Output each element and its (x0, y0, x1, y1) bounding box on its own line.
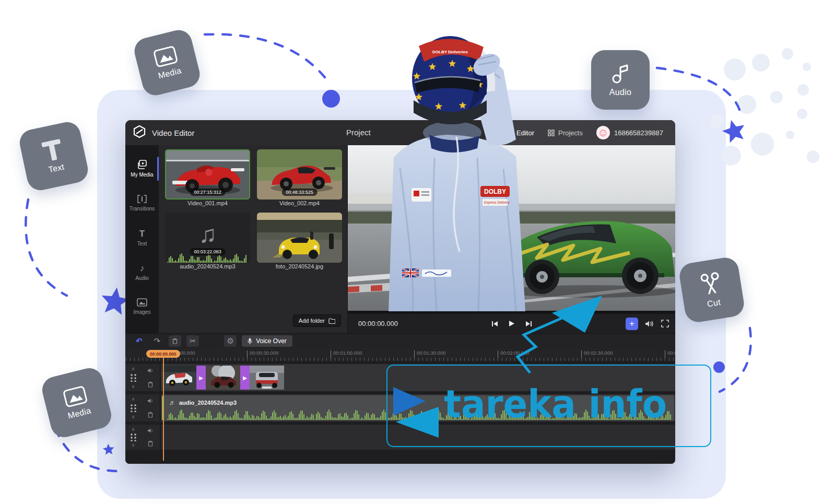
drag-handle-icon[interactable] (131, 374, 136, 382)
project-label: Project (346, 120, 371, 145)
sidebar: My Media Transitions T Text ♪ Audio Imag… (125, 145, 159, 333)
video-clip[interactable] (206, 366, 240, 390)
audio-clip-name: audio_20240524.mp3 (179, 400, 237, 406)
mute-speaker-icon[interactable] (147, 428, 154, 433)
collapse-up-icon[interactable]: ∧ (132, 427, 135, 432)
track-controls: ∧∨ (125, 364, 161, 391)
music-note-icon: ♬ (169, 399, 175, 406)
video-clip[interactable] (162, 366, 196, 390)
sidebar-item-transitions[interactable]: Transitions (125, 187, 159, 219)
watermark-text: tareka info (444, 382, 667, 426)
video-clip[interactable] (250, 366, 284, 390)
sidebar-item-text[interactable]: T Text (125, 221, 159, 254)
image-icon (62, 385, 88, 407)
media-thumbnail-video-001[interactable]: 00:27:15:312 (165, 149, 250, 200)
drag-handle-icon[interactable] (131, 433, 136, 441)
timeline-toolbar: ↶ ↷ ✂ ⚙ Voice Over (125, 333, 675, 348)
delete-track-icon[interactable] (148, 412, 153, 418)
settings-gear-button[interactable]: ⚙ (224, 335, 237, 347)
previous-frame-button[interactable] (491, 321, 498, 327)
sidebar-item-my-media[interactable]: My Media (125, 153, 159, 185)
track-controls: ∧∨ (125, 394, 161, 421)
tab-editor[interactable]: Editor (505, 129, 534, 137)
split-scissors-button[interactable]: ✂ (186, 335, 199, 347)
next-frame-button[interactable] (525, 321, 532, 327)
image-icon (152, 45, 178, 67)
media-item-name: audio_20240524.mp3 (165, 263, 250, 272)
page: Video Editor Project Editor Projects ☺ 1… (0, 0, 823, 504)
playback-timecode: 00:00:00.000 (358, 320, 398, 327)
collapse-up-icon[interactable]: ∧ (132, 396, 135, 402)
helmet-brand-text: DOLBY Deliveries (432, 50, 468, 54)
collapse-down-icon[interactable]: ∨ (132, 414, 135, 419)
undo-button[interactable]: ↶ (133, 335, 146, 347)
folder-icon (328, 318, 335, 324)
redo-button[interactable]: ↷ (151, 335, 164, 347)
top-bar-right: Editor Projects ☺ 1686658239887 (481, 120, 675, 145)
my-media-icon (137, 160, 147, 169)
drag-handle-icon[interactable] (131, 404, 136, 412)
play-button[interactable] (509, 320, 515, 327)
track-controls: ∧∨ (125, 425, 161, 450)
media-panel: 00:27:15:312 Video_001.mp4 (159, 145, 348, 333)
media-item-name: Video_001.mp4 (165, 200, 250, 209)
media-thumbnail-audio[interactable]: ♫ 00:03:22.083 (165, 213, 250, 263)
ruler-tick-label: 00:02:00.000 (498, 350, 529, 356)
collapse-down-icon[interactable]: ∨ (132, 442, 135, 448)
delete-track-icon[interactable] (148, 381, 153, 388)
duration-badge: 00:48:33:525 (281, 189, 318, 196)
mute-speaker-icon[interactable] (147, 368, 154, 373)
transitions-icon (137, 195, 147, 203)
top-bar: Video Editor Project Editor Projects ☺ 1… (125, 120, 675, 145)
floating-badge-text: Text (17, 120, 90, 193)
app-title: Video Editor (152, 128, 194, 137)
collapse-up-icon[interactable]: ∧ (132, 366, 135, 371)
ruler-tick-label: 00:01:30.000 (414, 350, 445, 356)
floating-badge-media: Media (132, 27, 203, 98)
floating-badge-audio: Audio (591, 50, 650, 110)
yellow-car-photo-art (257, 213, 342, 263)
user-account[interactable]: ☺ 1686658239887 (596, 126, 663, 139)
avatar: ☺ (596, 126, 610, 139)
music-note-icon: ♫ (198, 220, 217, 248)
text-icon: T (139, 229, 145, 238)
floating-badge-cut: Cut (678, 256, 746, 324)
preview-area: 00:00:00.000 + (348, 145, 675, 333)
app-logo-icon (133, 125, 146, 140)
mute-speaker-icon[interactable] (147, 398, 154, 404)
user-id: 1686658239887 (614, 129, 663, 137)
preview-video-frame[interactable] (348, 145, 675, 314)
ruler-tick-label: 00:01:00.000 (331, 350, 362, 356)
duration-badge: 00:03:22.083 (190, 248, 226, 255)
media-thumbnail-foto[interactable] (257, 213, 342, 263)
delete-track-icon[interactable] (148, 440, 153, 447)
volume-button[interactable] (645, 320, 654, 327)
ruler-tick-label: 00:00:30.000 (247, 350, 278, 356)
sidebar-item-images[interactable]: Images (125, 290, 159, 323)
tab-projects[interactable]: Projects (548, 129, 583, 137)
add-folder-button[interactable]: Add folder (293, 314, 341, 327)
delete-button[interactable] (169, 335, 181, 347)
media-thumbnail-video-002[interactable]: 00:48:33:525 (257, 149, 342, 200)
voice-over-button[interactable]: Voice Over (242, 335, 292, 347)
music-note-icon: ♪ (140, 264, 145, 273)
sidebar-item-audio[interactable]: ♪ Audio (125, 256, 159, 288)
grid-icon (548, 130, 555, 136)
text-icon (39, 137, 66, 162)
timeline-ruler[interactable]: 00:00:00.000 00:00:30.000 00:01:00.000 0… (125, 348, 675, 361)
playhead-line[interactable] (163, 356, 164, 461)
duration-badge: 00:27:15:312 (190, 189, 226, 196)
bubble-cluster (710, 48, 819, 166)
scissors-icon (698, 271, 723, 297)
music-note-icon (610, 63, 631, 84)
transition-clip[interactable]: ▶ (240, 366, 250, 390)
transition-clip[interactable]: ▶ (196, 366, 206, 390)
preview-scene-art (348, 145, 675, 311)
media-item-name: Video_002.mp4 (257, 200, 342, 209)
ruler-tick-label: 00:03 (665, 350, 675, 356)
add-to-timeline-button[interactable]: + (626, 318, 638, 330)
collapse-down-icon[interactable]: ∨ (132, 384, 135, 389)
fullscreen-button[interactable] (661, 320, 669, 327)
image-icon (137, 298, 147, 307)
media-item-name: foto_20240524.jpg (257, 263, 342, 272)
